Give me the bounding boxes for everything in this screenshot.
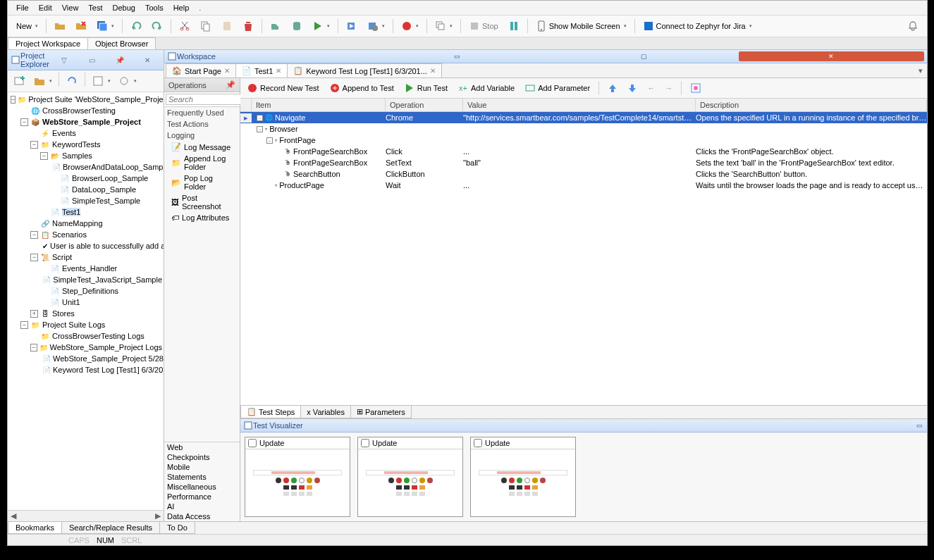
record-icon[interactable]: ▾: [397, 18, 423, 35]
menu-file[interactable]: File: [12, 2, 33, 13]
tree-item[interactable]: User is able to successfully add an item…: [50, 242, 164, 250]
pin-icon[interactable]: 📌: [106, 55, 133, 65]
close-tab-icon[interactable]: ✕: [224, 67, 230, 75]
add-item-icon[interactable]: [266, 18, 285, 35]
redo-icon[interactable]: [147, 18, 167, 35]
refresh-icon[interactable]: [63, 73, 81, 89]
pause-icon[interactable]: [504, 18, 524, 35]
ws-max-icon[interactable]: ▢: [551, 51, 737, 61]
ops-cat[interactable]: Checkpoints: [164, 452, 240, 462]
menu-debug[interactable]: Debug: [109, 2, 140, 13]
menu-test[interactable]: Test: [84, 2, 106, 13]
tree-item[interactable]: Scenarios: [52, 230, 87, 239]
tree-item[interactable]: Stores: [52, 309, 75, 318]
keyword-row[interactable]: -▫FrontPage: [240, 135, 927, 146]
keyword-row[interactable]: 🖱FrontPageSearchBoxClick...Clicks the 'F…: [240, 146, 927, 157]
update-checkbox[interactable]: [474, 439, 482, 447]
col-operation[interactable]: Operation: [386, 99, 463, 111]
ops-cat[interactable]: Statements: [164, 472, 240, 482]
ops-cat[interactable]: Test Actions: [164, 118, 240, 130]
ops-cat[interactable]: Web: [164, 442, 240, 452]
ops-item[interactable]: 📝Log Message: [164, 141, 240, 153]
append-to-test-button[interactable]: Append to Test: [326, 80, 398, 96]
copy-icon[interactable]: [196, 18, 216, 35]
tree-item[interactable]: CrossBrowserTesting Logs: [52, 332, 145, 340]
clone-dropdown-icon[interactable]: ▾: [431, 18, 457, 35]
tree-item[interactable]: Step_Definitions: [62, 287, 118, 295]
tab-bookmarks[interactable]: Bookmarks: [8, 522, 62, 534]
close-tab-icon[interactable]: ✕: [276, 67, 281, 75]
tab-test-steps[interactable]: 📋Test Steps: [240, 406, 301, 418]
visualizer-thumb[interactable]: Update: [470, 437, 576, 517]
tree-item[interactable]: SimpleTest_JavaScript_Sample: [53, 275, 162, 284]
expand-all-icon[interactable]: ▾: [89, 73, 113, 89]
move-down-icon[interactable]: [624, 81, 641, 95]
tree-hscroll[interactable]: ◀▶: [8, 510, 164, 521]
db-icon[interactable]: [287, 18, 307, 35]
run-dropdown-icon[interactable]: ▾: [308, 18, 334, 35]
add-variable-button[interactable]: x+Add Variable: [454, 80, 518, 96]
move-up-icon[interactable]: [604, 81, 621, 95]
ops-cat[interactable]: AI: [164, 502, 240, 511]
menu-view[interactable]: View: [58, 2, 83, 13]
col-value[interactable]: Value: [463, 99, 696, 111]
ops-cat[interactable]: Miscellaneous: [164, 482, 240, 492]
tab-object-browser[interactable]: Object Browser: [87, 37, 156, 49]
ops-item[interactable]: 🏷Log Attributes: [164, 212, 240, 223]
keyword-row[interactable]: ▸-🌐NavigateChrome"http://services.smartb…: [240, 112, 927, 123]
options-icon[interactable]: ▾: [115, 73, 140, 89]
close-panel-icon[interactable]: ✕: [135, 55, 161, 65]
tree-item[interactable]: WebStore_Sample_Project: [42, 118, 141, 126]
tree-item[interactable]: Keyword Test Log [Test1] 6/3/2019 3:10:3…: [53, 366, 164, 374]
new-button[interactable]: New▾: [12, 19, 42, 33]
tree-item[interactable]: Events: [52, 129, 76, 137]
add-folder-icon[interactable]: ▾: [30, 73, 55, 89]
open-x-icon[interactable]: [71, 18, 91, 35]
stop-button[interactable]: Stop: [465, 18, 503, 35]
tree-item[interactable]: WebStore_Sample_Project 5/28/2019 11:02:…: [53, 354, 164, 363]
save-all-icon[interactable]: ▾: [92, 18, 118, 35]
menu-tools[interactable]: Tools: [141, 2, 168, 13]
visualizer-thumb[interactable]: Update: [245, 437, 350, 517]
tab-project-workspace[interactable]: Project Workspace: [8, 37, 88, 49]
notifications-icon[interactable]: [903, 18, 923, 35]
tree-item[interactable]: Project Suite Logs: [42, 321, 105, 329]
tree-item[interactable]: NameMapping: [52, 219, 103, 228]
run-project-icon[interactable]: [342, 18, 362, 35]
keyword-row[interactable]: ▫ProductPageWait...Waits until the brows…: [240, 180, 927, 191]
tree-item[interactable]: DataLoop_Sample: [72, 185, 136, 194]
menu-help[interactable]: Help: [169, 2, 194, 13]
update-checkbox[interactable]: [361, 439, 369, 447]
tree-item-selected[interactable]: Test1: [62, 208, 80, 216]
ops-cat[interactable]: Data Access: [164, 511, 240, 521]
tree-item[interactable]: CrossBrowserTesting: [42, 106, 116, 115]
tree-item[interactable]: BrowserAndDataLoop_Sample: [63, 163, 164, 171]
run-test-button[interactable]: Run Test: [400, 80, 451, 96]
open-icon[interactable]: [50, 18, 70, 35]
ops-pin-icon[interactable]: 📌: [226, 80, 235, 89]
tab-keyword-log[interactable]: 📋Keyword Test Log [Test1] 6/3/201...✕: [287, 63, 442, 77]
tree-item[interactable]: BrowserLoop_Sample: [72, 174, 148, 182]
delete-icon[interactable]: [238, 18, 258, 35]
filter-icon[interactable]: ▽: [51, 55, 78, 65]
tree-item[interactable]: KeywordTests: [52, 140, 100, 149]
tree-root[interactable]: Project Suite 'WebStore_Sample_Project' …: [28, 95, 164, 104]
keyword-rows[interactable]: ▸-🌐NavigateChrome"http://services.smartb…: [240, 112, 927, 405]
tree-item[interactable]: SimpleTest_Sample: [72, 197, 140, 205]
keyword-row[interactable]: -▫Browser: [240, 123, 927, 135]
tab-search-replace[interactable]: Search/Replace Results: [61, 522, 160, 534]
undo-icon[interactable]: [126, 18, 146, 35]
tab-todo[interactable]: To Do: [159, 522, 195, 534]
show-mobile-button[interactable]: Show Mobile Screen▾: [531, 18, 631, 35]
run-settings-icon[interactable]: ▾: [363, 18, 389, 35]
ws-min-icon[interactable]: ▭: [364, 51, 551, 61]
tree-item[interactable]: Script: [52, 253, 72, 261]
cut-icon[interactable]: [175, 18, 195, 35]
ops-cat[interactable]: Logging: [164, 130, 240, 141]
tab-test1[interactable]: 📄Test1✕: [235, 63, 288, 77]
col-item[interactable]: Item: [252, 99, 386, 111]
connect-zephyr-button[interactable]: Connect to Zephyr for Jira▾: [639, 18, 756, 35]
tree-item[interactable]: Unit1: [62, 298, 80, 306]
tree-item[interactable]: Events_Handler: [62, 264, 117, 273]
indent-icon[interactable]: →: [661, 82, 676, 94]
